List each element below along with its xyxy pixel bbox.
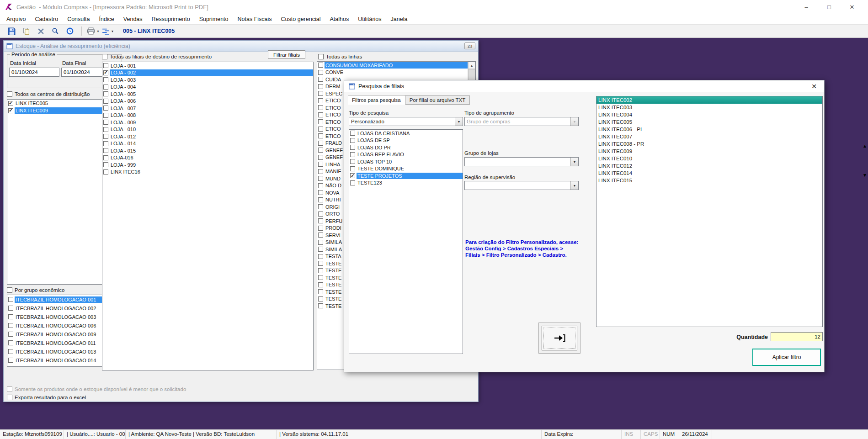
resultado-item[interactable]: LINX ITEC012 xyxy=(596,162,822,169)
filial-list-item[interactable]: LOJA - 010 xyxy=(102,126,313,133)
item-checkbox[interactable] xyxy=(318,70,323,75)
filtro-list-item[interactable]: LOJAS DO PR xyxy=(349,144,463,151)
item-checkbox[interactable] xyxy=(103,91,108,96)
exporta-excel-checkbox[interactable]: Exporta resultado para o excel xyxy=(7,395,86,400)
filtrar-filiais-button[interactable]: Filtrar filiais xyxy=(268,50,305,59)
item-checkbox[interactable] xyxy=(103,127,108,132)
linha-list-item[interactable]: CONSUMO/ALMOXARIFADO xyxy=(317,62,468,69)
resultado-item[interactable]: LINX ITEC006 - PI xyxy=(596,126,822,133)
item-checkbox[interactable] xyxy=(318,247,323,252)
resultado-item[interactable]: LINX ITEC003 xyxy=(596,104,822,111)
item-checkbox[interactable] xyxy=(318,268,323,273)
grupo-lojas-combo[interactable]: ▼ xyxy=(464,157,579,166)
combo-dropdown-button[interactable]: ▼ xyxy=(570,158,578,166)
item-checkbox[interactable] xyxy=(103,99,108,104)
mdi-scroll-up-icon[interactable]: ▲ xyxy=(863,144,867,148)
item-checkbox[interactable] xyxy=(318,240,323,245)
linha-list-item[interactable]: CONVE xyxy=(317,69,468,76)
item-checkbox[interactable] xyxy=(8,108,13,113)
item-checkbox[interactable] xyxy=(103,63,108,68)
item-checkbox[interactable] xyxy=(8,340,13,345)
filial-list-item[interactable]: LOJA - 015 xyxy=(102,147,313,154)
resultado-item[interactable]: LINX ITEC015 xyxy=(596,177,822,184)
item-checkbox[interactable] xyxy=(8,101,13,106)
resultado-item[interactable]: LINX ITEC010 xyxy=(596,155,822,162)
clock-button[interactable] xyxy=(63,26,77,37)
item-checkbox[interactable] xyxy=(103,113,108,118)
item-checkbox[interactable] xyxy=(318,303,323,308)
checkbox-box[interactable] xyxy=(102,54,107,59)
item-checkbox[interactable] xyxy=(8,323,13,328)
grupo-economico-checkbox[interactable]: Por grupo econômico xyxy=(7,287,64,293)
filial-list-item[interactable]: LOJA - 008 xyxy=(102,112,313,119)
apply-filter-button[interactable]: Aplicar filtro xyxy=(752,349,821,366)
dialog-close-button[interactable]: ✕ xyxy=(809,83,820,90)
filial-list-item[interactable]: LOJA - 009 xyxy=(102,119,313,126)
item-checkbox[interactable] xyxy=(318,233,323,238)
item-checkbox[interactable] xyxy=(103,169,108,175)
item-checkbox[interactable] xyxy=(103,85,108,90)
filtro-list-item[interactable]: LOJAS TOP 10 xyxy=(349,158,463,165)
checkbox-box[interactable] xyxy=(7,287,12,293)
new-document-button[interactable] xyxy=(19,26,33,37)
data-inicial-input[interactable] xyxy=(9,68,59,77)
menu-item[interactable]: Atalhos xyxy=(325,15,353,24)
menu-item[interactable]: Consulta xyxy=(63,15,94,24)
maximize-button[interactable]: □ xyxy=(818,4,841,11)
quantidade-input[interactable] xyxy=(771,332,823,341)
menu-item[interactable]: Notas Fiscais xyxy=(233,15,277,24)
item-checkbox[interactable] xyxy=(8,297,13,302)
resultado-item[interactable]: LINX ITEC002 xyxy=(596,96,822,104)
menu-item[interactable]: Arquivo xyxy=(2,15,30,24)
filiais-destino-listbox[interactable]: LOJA - 001 LOJA - 002 LOJA - 003 LOJA - … xyxy=(102,62,314,370)
item-checkbox[interactable] xyxy=(8,306,13,311)
item-checkbox[interactable] xyxy=(8,314,13,319)
search-button[interactable] xyxy=(48,26,62,37)
item-checkbox[interactable] xyxy=(103,106,108,111)
item-checkbox[interactable] xyxy=(103,141,108,146)
filial-list-item[interactable]: LOJA - 006 xyxy=(102,98,313,105)
item-checkbox[interactable] xyxy=(350,138,355,143)
item-checkbox[interactable] xyxy=(318,63,323,68)
report-list-button[interactable]: ▼ xyxy=(101,26,115,37)
menu-item[interactable]: Vendas xyxy=(119,15,147,24)
menu-item[interactable]: Janela xyxy=(386,15,412,24)
item-checkbox[interactable] xyxy=(318,190,323,195)
resultados-listbox[interactable]: LINX ITEC002LINX ITEC003LINX ITEC004LINX… xyxy=(596,96,823,327)
item-checkbox[interactable] xyxy=(318,289,323,294)
item-checkbox[interactable] xyxy=(318,98,323,103)
item-checkbox[interactable] xyxy=(318,275,323,280)
item-checkbox[interactable] xyxy=(318,91,323,96)
item-checkbox[interactable] xyxy=(318,176,323,181)
item-checkbox[interactable] xyxy=(350,166,355,171)
item-checkbox[interactable] xyxy=(318,155,323,160)
resultado-item[interactable]: LINX ITEC005 xyxy=(596,118,822,126)
item-checkbox[interactable] xyxy=(318,127,323,132)
item-checkbox[interactable] xyxy=(350,159,355,164)
item-checkbox[interactable] xyxy=(350,173,355,178)
somente-produtos-checkbox[interactable]: Somente os produtos onde o estoque dispo… xyxy=(7,386,186,392)
item-checkbox[interactable] xyxy=(8,332,13,337)
cancel-button[interactable] xyxy=(34,26,48,37)
item-checkbox[interactable] xyxy=(103,155,108,160)
filial-list-item[interactable]: LOJA - 005 xyxy=(102,90,313,98)
filial-list-item[interactable]: LOJA - 012 xyxy=(102,133,313,140)
todos-cd-checkbox[interactable]: Todos os centros de distribuição xyxy=(7,91,90,97)
item-checkbox[interactable] xyxy=(350,145,355,150)
combo-dropdown-button[interactable]: ▼ xyxy=(570,181,578,190)
filtros-listbox[interactable]: LOJAS DA CRISTIANA LOJAS DE SP LOJAS DO … xyxy=(349,129,463,354)
tipo-agrupamento-combo[interactable]: Grupo de compras ▼ xyxy=(464,117,579,126)
dialog-tab[interactable]: Filtros para pesquisa xyxy=(348,95,405,105)
filial-list-item[interactable]: LOJA - 004 xyxy=(102,84,313,91)
filial-list-item[interactable]: LOJA-016 xyxy=(102,154,313,162)
estoque-window-titlebar[interactable]: Estoque - Análise de ressuprimento (efic… xyxy=(4,41,478,52)
menu-item[interactable]: Cadastro xyxy=(30,15,63,24)
item-checkbox[interactable] xyxy=(103,134,108,139)
resultado-item[interactable]: LINX ITEC008 - PR xyxy=(596,140,822,148)
filial-list-item[interactable]: LOJA - 014 xyxy=(102,140,313,148)
filial-list-item[interactable]: LOJA - 007 xyxy=(102,105,313,112)
item-checkbox[interactable] xyxy=(318,183,323,188)
item-checkbox[interactable] xyxy=(318,204,323,209)
todas-linhas-checkbox[interactable]: Todas as linhas xyxy=(318,54,362,59)
item-checkbox[interactable] xyxy=(318,282,323,287)
